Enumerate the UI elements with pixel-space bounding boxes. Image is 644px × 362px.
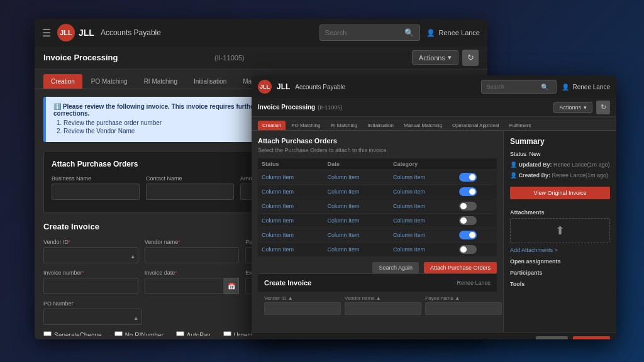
sw-refresh-button[interactable]: ↻: [596, 101, 610, 114]
vendor-id-input[interactable]: [43, 247, 138, 263]
invoice-date-calendar-icon[interactable]: 📅: [224, 278, 239, 294]
sw-payee-input[interactable]: [425, 302, 502, 315]
sw-add-attachments-link[interactable]: Add Attachments >: [510, 247, 610, 253]
sw-upload-area[interactable]: ⬆: [510, 218, 610, 243]
sw-tab-po[interactable]: PO Matching: [287, 121, 325, 130]
sw-left-panel: Attach Purchase Orders Select the Purcha…: [252, 131, 503, 332]
po-cell-col3-5: Column Item: [389, 243, 455, 257]
invoice-id: (II-11005): [214, 54, 245, 62]
hamburger-icon[interactable]: ☰: [42, 27, 51, 39]
sw-tab-ri[interactable]: RI Matching: [326, 121, 362, 130]
invoice-date-wrapper: 📅: [145, 278, 240, 294]
sw-search-input[interactable]: [487, 84, 537, 90]
sw-updated-meta: 👤 Updated By: Renee Lance(1m ago): [510, 161, 610, 169]
sw-tab-op[interactable]: Operational Approval: [448, 121, 504, 130]
sw-submit-button[interactable]: Submit: [573, 336, 610, 339]
search-icon: 🔍: [404, 28, 414, 37]
po-col-status: Status: [258, 158, 324, 170]
business-name-input[interactable]: [52, 184, 140, 200]
vendor-name-input[interactable]: [145, 247, 240, 263]
separate-cheque-checkbox[interactable]: SeperateCheque: [43, 331, 102, 336]
vendor-name-field: Vendor name*: [145, 239, 240, 263]
page-title: Invoice Processing: [43, 53, 211, 62]
search-again-button[interactable]: Search Again: [372, 262, 419, 273]
sw-attachments-section: Attachments ⬆ Add Attachments >: [510, 209, 610, 253]
po-cell-col1-5: Column Item: [258, 243, 324, 257]
invoice-date-input[interactable]: [145, 278, 225, 294]
separate-cheque-input[interactable]: [43, 331, 52, 336]
po-toggle-5[interactable]: [459, 245, 477, 254]
tab-initialisation[interactable]: Initialisation: [186, 74, 234, 89]
po-cell-col2-0: Column Item: [324, 170, 390, 185]
sw-created-meta: 👤 Created By: Renee Lance(1m ago): [510, 172, 610, 180]
sw-status: Status: New: [510, 151, 610, 157]
business-name-label: Business Name: [52, 175, 140, 182]
sw-participants-title[interactable]: Participants: [510, 270, 610, 276]
sw-attachments-title: Attachments: [510, 209, 610, 216]
po-table-row: Column Item Column Item Column Item: [258, 185, 497, 199]
attach-purchase-orders-button[interactable]: Attach Purchase Orders: [424, 262, 497, 273]
sw-vendor-name-input[interactable]: [345, 302, 421, 315]
actions-button[interactable]: Actionns ▾: [412, 50, 458, 65]
tab-creation[interactable]: Creation: [43, 74, 82, 89]
separate-cheque-label: SeperateCheque: [54, 332, 102, 336]
sw-create-invoice-bar: Create Invoice Renee Lance: [258, 273, 497, 292]
sw-save-button[interactable]: Save: [536, 336, 568, 339]
contact-name-input[interactable]: [146, 184, 234, 200]
no-rinumber-input[interactable]: [114, 331, 123, 336]
sw-view-invoice-button[interactable]: View Original Invoice: [510, 187, 610, 199]
sw-vendor-name-field: Vendor name ▲: [345, 295, 421, 315]
sw-open-assignments-section: Open assignments: [510, 258, 610, 265]
po-col-category: Category: [389, 158, 455, 170]
po-table-row: Column Item Column Item Column Item: [258, 228, 497, 243]
sw-tab-init[interactable]: Initialisation: [363, 121, 398, 130]
sw-po-title: Attach Purchase Orders: [258, 137, 497, 145]
po-cell-col3-0: Column Item: [389, 170, 455, 185]
no-rinumber-checkbox[interactable]: No RINumber: [114, 331, 164, 336]
sw-tab-manual[interactable]: Manual Matching: [399, 121, 447, 130]
sw-app-name: JLL: [277, 82, 290, 91]
sw-content: Attach Purchase Orders Select the Purcha…: [252, 131, 616, 332]
sw-po-table: Status Date Category Column Item Column …: [258, 158, 497, 257]
invoice-number-input[interactable]: [43, 278, 138, 294]
urgentflag-input[interactable]: [223, 331, 231, 336]
sw-tools-title[interactable]: Tools: [510, 281, 610, 287]
sw-user-name: Renee Lance: [573, 84, 611, 90]
sw-bottom-bar: Cancel Save Submit: [252, 332, 616, 339]
autopay-checkbox[interactable]: AutoPay: [176, 331, 211, 336]
sw-actions-button[interactable]: Actionns ▾: [553, 102, 592, 113]
po-table-row: Column Item Column Item Column Item: [258, 243, 497, 257]
po-toggle-0[interactable]: [459, 173, 477, 182]
sw-tools-section: Tools: [510, 281, 610, 287]
contact-name-label: Contact Name: [146, 175, 234, 182]
po-toggle-2[interactable]: [459, 202, 477, 211]
sw-open-assignments-title[interactable]: Open assignments: [510, 258, 610, 265]
autopay-input[interactable]: [176, 331, 184, 336]
refresh-button[interactable]: ↻: [462, 50, 479, 66]
invoice-number-field: Invoice number*: [43, 270, 138, 294]
po-toggle-4[interactable]: [459, 231, 477, 239]
sw-payee-label: Payee name ▲: [425, 295, 502, 301]
sw-tab-creation[interactable]: Creation: [258, 121, 286, 130]
invoice-date-field: Invoice date* 📅: [145, 270, 240, 294]
sw-payee-field: Payee name ▲: [425, 295, 502, 315]
sw-search-box[interactable]: 🔍: [481, 80, 557, 94]
sub-header: Invoice Processing (II-11005) Actionns ▾…: [35, 47, 487, 69]
po-cell-col1-4: Column Item: [258, 228, 324, 243]
po-cell-col2-4: Column Item: [324, 228, 390, 243]
po-toggle-1[interactable]: [459, 187, 477, 196]
sw-sub-header: Invoice Processing (II-11005) Actionns ▾…: [252, 98, 616, 117]
sw-vendor-id-input[interactable]: [264, 302, 341, 315]
sw-tab-ful[interactable]: Fulfilment: [505, 121, 536, 130]
po-number-input[interactable]: [43, 309, 142, 325]
po-table-row: Column Item Column Item Column Item: [258, 214, 497, 228]
tab-ri-matching[interactable]: RI Matching: [136, 74, 185, 89]
invoice-date-label: Invoice date*: [145, 270, 240, 276]
search-box[interactable]: 🔍: [319, 25, 420, 41]
main-header: ☰ JLL JLL Accounts Payable 🔍 👤 Renee Lan…: [35, 19, 487, 47]
po-toggle-3[interactable]: [459, 216, 477, 225]
tab-po-matching[interactable]: PO Matching: [84, 74, 135, 89]
sw-search-icon: 🔍: [541, 84, 548, 90]
search-input[interactable]: [325, 29, 401, 36]
po-col-date: Date: [324, 158, 390, 170]
